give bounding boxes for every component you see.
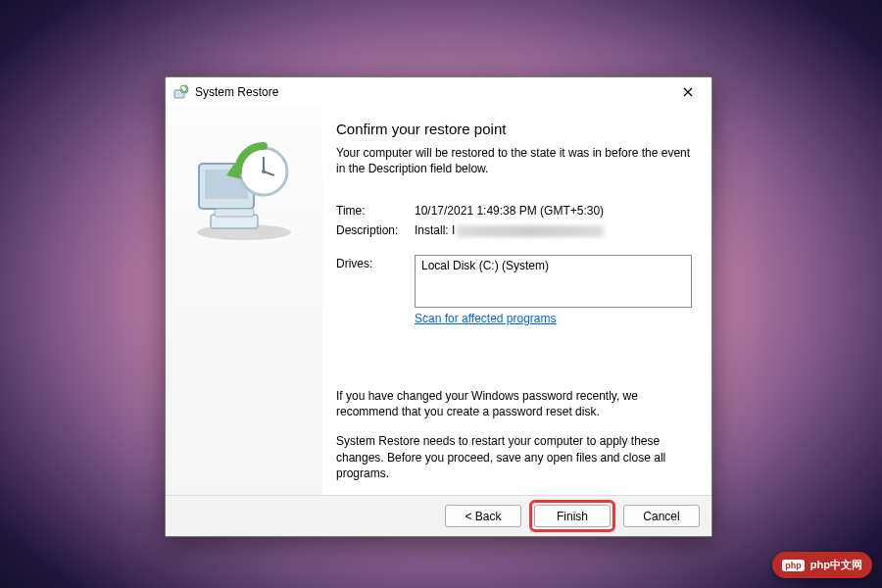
password-note: If you have changed your Windows passwor… [336,388,692,419]
php-logo-icon: php [782,560,805,571]
wizard-sidebar [166,107,322,495]
wizard-main: Confirm your restore point Your computer… [322,107,711,495]
time-label: Time: [336,204,415,218]
system-restore-dialog: System Restore [165,76,712,537]
finish-button[interactable]: Finish [534,505,611,527]
drives-label: Drives: [336,255,415,308]
titlebar[interactable]: System Restore [166,77,711,107]
scan-affected-programs-link[interactable]: Scan for affected programs [415,312,557,325]
drives-item[interactable]: Local Disk (C:) (System) [421,259,685,272]
description-label: Description: [336,223,415,237]
drives-listbox[interactable]: Local Disk (C:) (System) [415,255,692,308]
close-button[interactable] [672,80,704,104]
time-value: 10/17/2021 1:49:38 PM (GMT+5:30) [415,204,692,218]
watermark-badge: php php中文网 [772,552,872,578]
window-title: System Restore [195,85,278,99]
page-heading: Confirm your restore point [336,121,692,137]
finish-highlight: Finish [529,500,615,532]
watermark-text: php中文网 [810,558,862,572]
system-restore-illustration-icon [185,136,303,247]
back-button[interactable]: < Back [445,505,521,527]
intro-text: Your computer will be restored to the st… [336,145,692,176]
redacted-text [457,225,604,237]
svg-rect-7 [215,209,254,217]
cancel-button[interactable]: Cancel [623,505,700,527]
restart-note: System Restore needs to restart your com… [336,433,692,481]
close-icon [683,84,693,100]
system-restore-icon [173,84,189,100]
wizard-footer: < Back Finish Cancel [166,495,711,536]
description-value: Install: I [415,223,692,237]
